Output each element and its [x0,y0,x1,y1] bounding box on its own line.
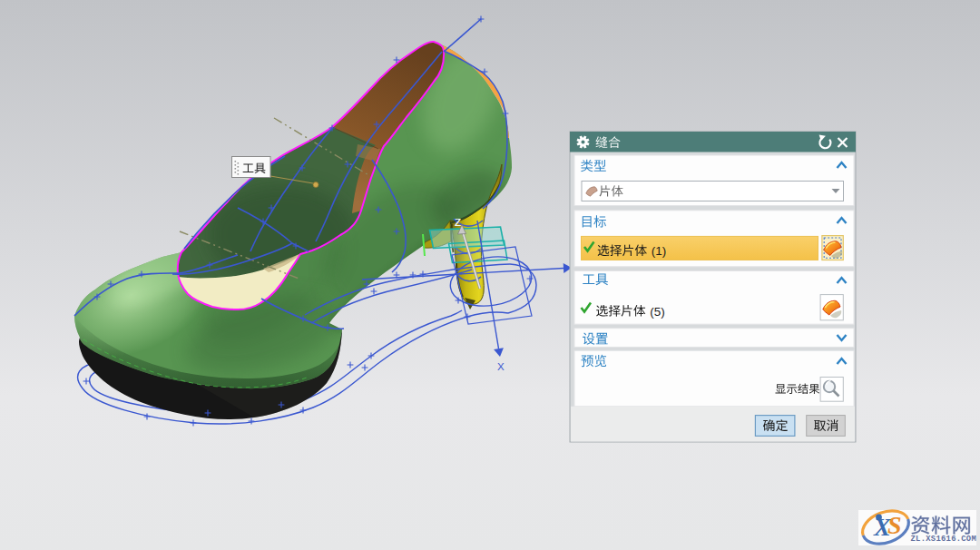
svg-text:ZL.XS1616.COM: ZL.XS1616.COM [911,535,977,544]
svg-text:Z: Z [455,217,461,228]
svg-text:X: X [497,361,505,372]
svg-text:(5): (5) [650,305,665,319]
svg-text:S: S [887,511,902,539]
svg-text:(1): (1) [652,244,667,258]
